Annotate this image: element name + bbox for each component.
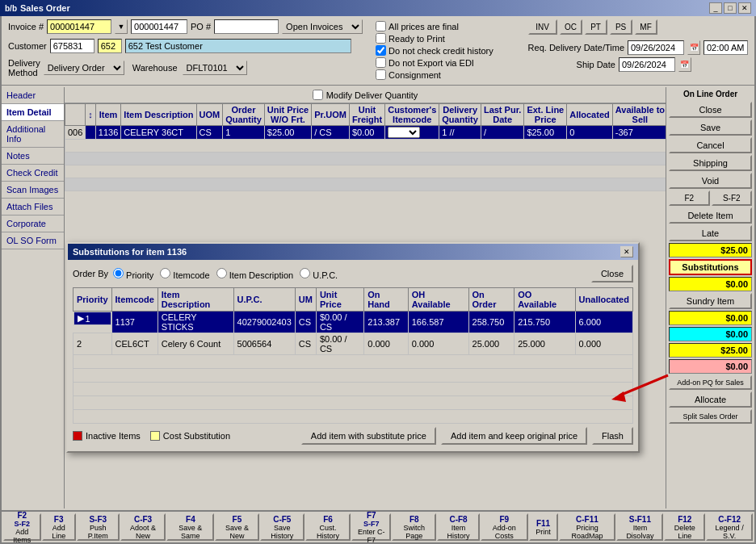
- mth-on-hand[interactable]: On Hand: [364, 288, 408, 312]
- radio-item-desc[interactable]: [216, 268, 227, 278]
- app-icon: b/b: [5, 4, 17, 13]
- mtd-um-2: CS: [295, 333, 316, 355]
- mtd-on-order-1: 258.750: [468, 312, 514, 333]
- modal-close-btn[interactable]: ✕: [620, 246, 633, 257]
- substitutions-modal: Substitutions for item 1136 ✕ Order By P…: [66, 242, 640, 453]
- order-by-radio-group: Priority Itemcode Item Description U.P.C…: [113, 268, 338, 280]
- arrow-indicator: [611, 371, 676, 405]
- add-substitute-price-btn[interactable]: Add item with substitute price: [301, 427, 436, 445]
- mth-um[interactable]: UM: [295, 288, 316, 312]
- modal-body: Order By Priority Itemcode Item Descript…: [68, 260, 638, 451]
- legend-cost-sub: Cost Substitution: [150, 431, 230, 441]
- modal-table-row-empty-4: [74, 396, 633, 410]
- mtd-itemcode-1: 1137: [111, 312, 158, 333]
- modal-title-bar: Substitutions for item 1136 ✕: [68, 244, 638, 260]
- mtd-priority-2: 2: [74, 333, 112, 355]
- radio-item-desc-label[interactable]: Item Description: [216, 268, 294, 280]
- radio-priority[interactable]: [113, 268, 124, 278]
- radio-upc-label[interactable]: U.P.C.: [300, 268, 338, 280]
- modal-footer: Inactive Items Cost Substitution Add ite…: [73, 424, 633, 446]
- maximize-btn[interactable]: □: [724, 2, 737, 14]
- mtd-on-hand-2: 0.000: [364, 333, 408, 355]
- mtd-um-1: CS: [295, 312, 316, 333]
- mtd-itemcode-2: CEL6CT: [111, 333, 158, 355]
- modal-toolbar: Order By Priority Itemcode Item Descript…: [73, 265, 633, 282]
- svg-line-0: [620, 375, 668, 395]
- mth-oo-available[interactable]: OO Available: [514, 288, 575, 312]
- mtd-oh-available-2: 0.000: [408, 333, 468, 355]
- mth-priority[interactable]: Priority: [74, 288, 112, 312]
- mth-oh-available[interactable]: OH Available: [408, 288, 468, 312]
- legend-inactive-box: [73, 431, 82, 441]
- radio-itemcode[interactable]: [160, 268, 170, 278]
- modal-title-text: Substitutions for item 1136: [73, 247, 187, 257]
- modal-table-row-2[interactable]: 2 CEL6CT Celery 6 Count 5006564 CS $0.00…: [74, 333, 633, 355]
- title-bar: b/b Sales Order _ □ ✕: [0, 0, 756, 16]
- radio-itemcode-label[interactable]: Itemcode: [160, 268, 209, 280]
- modal-table-row-empty-3: [74, 383, 633, 396]
- mtd-oo-available-1: 215.750: [514, 312, 575, 333]
- mth-itemcode[interactable]: Itemcode: [111, 288, 158, 312]
- window-close-btn[interactable]: ✕: [738, 2, 751, 14]
- radio-upc[interactable]: [300, 268, 310, 278]
- minimize-btn[interactable]: _: [709, 2, 722, 14]
- mtd-description-1: CELERY STICKS: [158, 312, 233, 333]
- mth-upc[interactable]: U.P.C.: [233, 288, 295, 312]
- modal-table-row-empty-1: [74, 355, 633, 369]
- mtd-upc-1: 40279002403: [233, 312, 295, 333]
- modal-table-row-empty-5: [74, 410, 633, 424]
- modal-table-row-1[interactable]: ▶ 1 1137 CELERY STICKS 40279002403 CS $0…: [74, 312, 633, 333]
- radio-priority-label[interactable]: Priority: [113, 268, 153, 280]
- footer-buttons: Add item with substitute price Add item …: [301, 427, 633, 445]
- mtd-upc-2: 5006564: [233, 333, 295, 355]
- flash-btn[interactable]: Flash: [592, 427, 633, 445]
- mtd-unit-price-2: $0.00 / CS: [316, 333, 363, 355]
- mtd-description-2: Celery 6 Count: [158, 333, 233, 355]
- legend-inactive-label: Inactive Items: [86, 431, 141, 441]
- mth-unallocated[interactable]: Unallocated: [575, 288, 632, 312]
- modal-close-btn-2[interactable]: Close: [591, 265, 633, 282]
- modal-table-row-empty-2: [74, 369, 633, 383]
- legend-cost-sub-box: [150, 431, 160, 441]
- modal-header-row: Priority Itemcode Item Description U.P.C…: [74, 288, 633, 312]
- mtd-unallocated-2: 0.000: [575, 333, 632, 355]
- mth-on-order[interactable]: On Order: [468, 288, 514, 312]
- svg-marker-1: [611, 391, 626, 402]
- legend-inactive: Inactive Items: [73, 431, 141, 441]
- title-bar-controls: _ □ ✕: [709, 2, 751, 14]
- modal-overlay: Substitutions for item 1136 ✕ Order By P…: [2, 16, 754, 542]
- mtd-oh-available-1: 166.587: [408, 312, 468, 333]
- mtd-priority-1: ▶ 1: [74, 312, 111, 325]
- window-title: Sales Order: [20, 3, 70, 13]
- legend-group: Inactive Items Cost Substitution: [73, 431, 230, 441]
- main-window: Invoice # ▼ PO # Open Invoices Customer: [0, 16, 756, 544]
- title-bar-left: b/b Sales Order: [5, 3, 70, 13]
- order-by-label: Order By: [73, 269, 108, 278]
- mtd-on-order-2: 25.000: [468, 333, 514, 355]
- mtd-unallocated-1: 6.000: [575, 312, 632, 333]
- mtd-unit-price-1: $0.00 / CS: [316, 312, 363, 333]
- mtd-oo-available-2: 25.000: [514, 333, 575, 355]
- legend-cost-sub-label: Cost Substitution: [163, 431, 230, 441]
- modal-table: Priority Itemcode Item Description U.P.C…: [73, 287, 633, 424]
- mth-unit-price[interactable]: Unit Price: [316, 288, 363, 312]
- modal-table-scroll[interactable]: Priority Itemcode Item Description U.P.C…: [73, 287, 633, 424]
- mtd-on-hand-1: 213.387: [364, 312, 408, 333]
- add-keep-original-btn[interactable]: Add item and keep original price: [441, 427, 587, 445]
- mth-description[interactable]: Item Description: [158, 288, 233, 312]
